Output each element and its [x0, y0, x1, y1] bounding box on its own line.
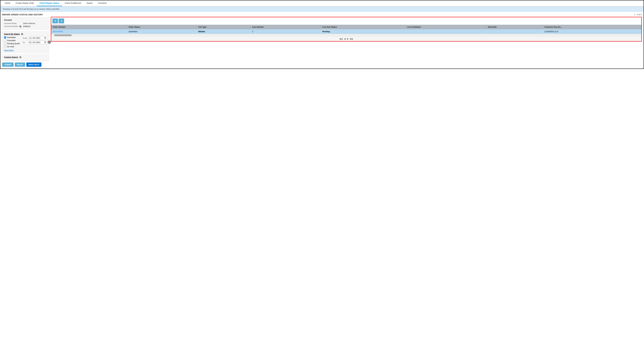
prev-page-button[interactable]: ◀: [344, 38, 346, 40]
col-ship-date: Ship Date: [486, 25, 543, 29]
account-name-value: Zebra Internal: [23, 22, 35, 24]
order-number-link[interactable]: XXXXXXXX: [53, 30, 63, 33]
action-buttons: SUBMIT RESET NEED HELP: [2, 62, 49, 67]
col-order-status: Order Status: [127, 25, 197, 29]
show-more-link[interactable]: Show More: [4, 49, 14, 51]
cell-order-number: XXXXXXXX: [51, 29, 127, 34]
need-help-button[interactable]: NEED HELP: [26, 62, 41, 67]
checkboxes-col: Submitted Cancelled Pending Quote On Hol…: [4, 36, 22, 51]
from-label: From: [23, 37, 27, 39]
first-page-button[interactable]: ◀◀: [339, 38, 342, 40]
table-wrapper: ⬇ ||| Order Number Order Status Job Type…: [51, 17, 642, 42]
cell-line-substatus: [406, 29, 486, 34]
download-icon: ⬇: [54, 20, 56, 22]
cell-customer-due-date: 11/26/2023 11:0: [543, 29, 641, 34]
col-line-substatus: Line SubStatus: [406, 25, 486, 29]
table-body: XXXXXXXX Submitted Billable 1 Pending 11…: [51, 29, 641, 34]
info-banner: Showing 3 records from last 90 days as n…: [0, 6, 644, 12]
custom-search-label: Custom Search i: [4, 56, 47, 58]
account-section: Account Account Name Zebra Internal Acco…: [2, 17, 49, 30]
checkbox-pending-quote-label[interactable]: Pending Quote: [7, 42, 20, 45]
cell-line-item-status: Pending: [321, 29, 406, 34]
pagination-top: 1 - 3 of 3: [51, 14, 642, 16]
results-table: Order Number Order Status Job Type Line …: [51, 25, 641, 34]
navigation: Home Create Repair Order Check Repair St…: [0, 0, 644, 6]
pagination-bottom: ◀◀ ◀ ▶ ▶▶: [51, 36, 641, 41]
checkbox-submitted-row: Submitted: [4, 36, 22, 38]
right-panel: 1 - 3 of 3 ⬇ ||| Order Number Order: [51, 14, 642, 67]
nav-check-entitlement[interactable]: Check Entitlement: [62, 0, 84, 6]
date-to-input[interactable]: [28, 41, 47, 44]
checkbox-submitted-label[interactable]: Submitted: [7, 36, 16, 38]
nav-home[interactable]: Home: [2, 0, 13, 6]
table-header: Order Number Order Status Job Type Line …: [51, 25, 641, 29]
checkbox-cancelled-label[interactable]: Cancelled: [7, 39, 16, 42]
nav-assets[interactable]: Assets: [84, 0, 95, 6]
date-from-row: From: [23, 36, 47, 40]
table-header-row: Order Number Order Status Job Type Line …: [51, 25, 641, 29]
search-status-info-icon[interactable]: i: [21, 33, 23, 35]
account-number-row: Account Number i 6088923: [4, 25, 47, 28]
account-number-info-icon[interactable]: i: [19, 26, 21, 28]
filter-group: Submitted Cancelled Pending Quote On Hol…: [4, 36, 47, 51]
horizontal-scrollbar[interactable]: [51, 34, 641, 36]
toolbar: ⬇ |||: [51, 17, 641, 25]
search-by-status-section: Search By Status i Submitted Cancelled: [2, 31, 49, 53]
nav-check-repair-status[interactable]: Check Repair Status: [37, 0, 62, 6]
custom-search-section: Custom Search i: [2, 54, 49, 61]
left-panel: REPAIR ORDER STATUS AND HISTORY Account …: [2, 14, 49, 67]
col-customer-due-date: Customer Due Da...: [543, 25, 641, 29]
cell-job-type: Billable: [197, 29, 250, 34]
panel-title: REPAIR ORDER STATUS AND HISTORY: [2, 14, 49, 16]
reset-button[interactable]: RESET: [15, 62, 25, 67]
nav-contracts[interactable]: Contracts: [95, 0, 109, 6]
checkbox-cancelled-row: Cancelled: [4, 39, 22, 42]
next-page-button[interactable]: ▶: [347, 38, 349, 40]
table-row[interactable]: XXXXXXXX Submitted Billable 1 Pending 11…: [51, 29, 641, 34]
download-button[interactable]: ⬇: [52, 18, 58, 24]
search-by-status-label: Search By Status i: [4, 33, 47, 35]
account-section-title: Account: [4, 19, 47, 21]
col-job-type: Job Type: [197, 25, 250, 29]
table-container: Order Number Order Status Job Type Line …: [51, 25, 641, 34]
date-col: From To: [23, 36, 47, 44]
col-line-item-status: Line Item Status: [321, 25, 406, 29]
account-name-row: Account Name Zebra Internal: [4, 22, 47, 24]
cell-line-number: 1: [250, 29, 321, 34]
account-number-value: 6088923: [23, 25, 30, 28]
nav-create-repair-order[interactable]: Create Repair Order: [13, 0, 37, 6]
checkbox-pending-quote-row: Pending Quote: [4, 42, 22, 45]
collapse-panel-button[interactable]: ‹: [48, 40, 51, 44]
checkbox-cancelled[interactable]: [4, 40, 6, 42]
col-order-number: Order Number: [51, 25, 127, 29]
col-line-number: Line Number: [250, 25, 321, 29]
last-page-button[interactable]: ▶▶: [350, 38, 353, 40]
cell-order-status: Submitted: [127, 29, 197, 34]
date-from-input[interactable]: [28, 36, 47, 40]
checkbox-submitted[interactable]: [4, 36, 6, 38]
to-label: To: [23, 42, 27, 44]
custom-search-info-icon[interactable]: i: [19, 56, 21, 58]
checkbox-on-hold[interactable]: [4, 46, 6, 48]
columns-icon: |||: [61, 20, 62, 22]
checkbox-on-hold-label[interactable]: On Hold: [7, 46, 14, 48]
columns-button[interactable]: |||: [58, 18, 64, 24]
cell-ship-date: [486, 29, 543, 34]
submit-button[interactable]: SUBMIT: [2, 62, 14, 67]
account-number-label: Account Number i: [4, 25, 23, 28]
date-to-row: To: [23, 41, 47, 44]
main-content: REPAIR ORDER STATUS AND HISTORY Account …: [0, 12, 644, 68]
scroll-thumb: [54, 34, 72, 36]
checkbox-pending-quote[interactable]: [4, 42, 6, 45]
checkbox-on-hold-row: On Hold: [4, 46, 22, 48]
account-name-label: Account Name: [4, 22, 23, 24]
